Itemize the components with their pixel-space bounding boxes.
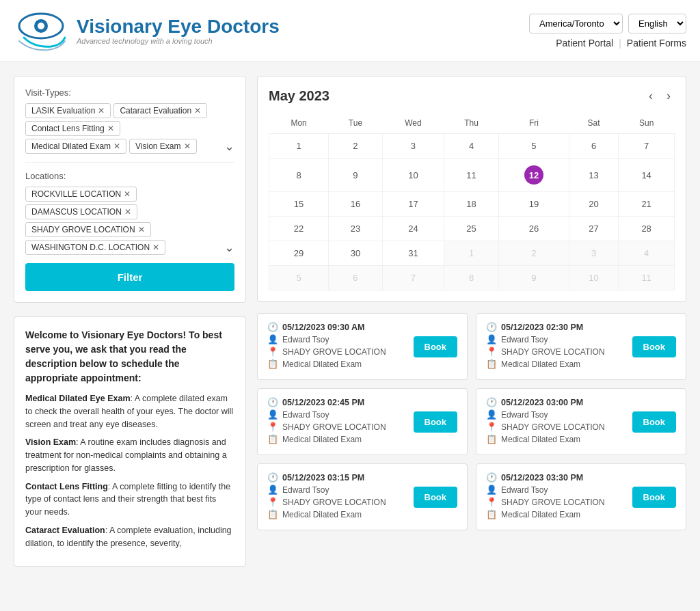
cal-prev-btn[interactable]: ‹ (645, 87, 657, 105)
cal-cell-5-1[interactable]: 6 (329, 266, 383, 290)
cal-header-mon: Mon (269, 113, 329, 134)
appt-info-0: 🕐 05/12/2023 09:30 AM 👤 Edward Tsoy 📍 SH… (267, 322, 405, 371)
book-button-2[interactable]: Book (414, 411, 458, 433)
cal-cell-5-0[interactable]: 5 (269, 266, 329, 290)
cal-cell-3-1[interactable]: 23 (329, 217, 383, 241)
appt-datetime-0: 05/12/2023 09:30 AM (282, 323, 364, 332)
cal-cell-3-2[interactable]: 24 (382, 217, 444, 241)
cal-cell-0-1[interactable]: 2 (329, 134, 383, 159)
cal-cell-2-6[interactable]: 21 (619, 192, 675, 217)
visit-types-dropdown[interactable]: ⌄ (224, 139, 234, 154)
cal-cell-4-6[interactable]: 4 (619, 241, 675, 266)
cal-cell-2-0[interactable]: 15 (269, 192, 329, 217)
book-button-4[interactable]: Book (414, 487, 458, 508)
cal-cell-5-4[interactable]: 9 (498, 266, 569, 290)
tag-rockville[interactable]: ROCKVILLE LOCATION ✕ (25, 187, 137, 202)
cal-cell-2-5[interactable]: 20 (569, 192, 618, 217)
tag-dc[interactable]: WASHINGTON D.C. LOCATION ✕ (25, 240, 165, 255)
cal-cell-0-2[interactable]: 3 (382, 134, 444, 159)
clock-icon-3: 🕐 (486, 397, 497, 407)
book-button-3[interactable]: Book (632, 411, 677, 433)
tag-cataract[interactable]: Cataract Evaluation ✕ (113, 103, 207, 118)
location-icon-0: 📍 (267, 347, 278, 357)
language-select[interactable]: English (628, 14, 686, 33)
tag-shady-remove[interactable]: ✕ (138, 225, 145, 234)
book-button-0[interactable]: Book (414, 336, 458, 357)
appt-location-row-2: 📍 SHADY GROVE LOCATION (267, 422, 405, 432)
filter-button[interactable]: Filter (25, 263, 234, 291)
cal-week-3: 22232425262728 (269, 217, 675, 241)
tag-vision-remove[interactable]: ✕ (184, 141, 191, 151)
cal-cell-1-5[interactable]: 13 (569, 159, 618, 192)
cal-cell-3-0[interactable]: 22 (269, 217, 329, 241)
tag-contact[interactable]: Contact Lens Fitting ✕ (25, 121, 120, 136)
timezone-select[interactable]: America/Toronto (529, 14, 623, 33)
cal-cell-3-3[interactable]: 25 (444, 217, 499, 241)
cal-week-2: 15161718192021 (269, 192, 675, 217)
appt-type-0: Medical Dilated Exam (282, 359, 362, 369)
tag-vision[interactable]: Vision Exam ✕ (129, 139, 196, 154)
patient-forms-link[interactable]: Patient Forms (627, 38, 686, 49)
tag-rockville-remove[interactable]: ✕ (124, 189, 131, 199)
cal-header-tue: Tue (329, 113, 383, 134)
patient-portal-link[interactable]: Patient Portal (556, 38, 613, 49)
clock-icon-4: 🕐 (267, 472, 278, 483)
cal-cell-1-6[interactable]: 14 (619, 159, 675, 192)
cal-cell-4-0[interactable]: 29 (269, 241, 329, 266)
tag-medical[interactable]: Medical Dilated Exam ✕ (25, 139, 126, 154)
cal-cell-4-5[interactable]: 3 (569, 241, 618, 266)
cal-month-year: May 2023 (269, 88, 329, 104)
locations-dropdown[interactable]: ⌄ (224, 240, 234, 255)
locations-label: Locations: (25, 171, 234, 181)
tag-damascus-remove[interactable]: ✕ (124, 207, 131, 217)
cal-cell-2-3[interactable]: 18 (444, 192, 499, 217)
cal-cell-0-3[interactable]: 4 (444, 134, 499, 159)
cal-cell-5-3[interactable]: 8 (444, 266, 499, 290)
cal-cell-0-5[interactable]: 6 (569, 134, 618, 159)
cal-cell-0-0[interactable]: 1 (269, 134, 329, 159)
cal-cell-3-5[interactable]: 27 (569, 217, 618, 241)
book-button-5[interactable]: Book (632, 487, 677, 508)
cal-cell-3-4[interactable]: 26 (498, 217, 569, 241)
tag-dc-remove[interactable]: ✕ (152, 243, 159, 252)
tag-cataract-remove[interactable]: ✕ (194, 106, 201, 116)
tag-shady[interactable]: SHADY GROVE LOCATION ✕ (25, 222, 151, 237)
cal-cell-4-1[interactable]: 30 (329, 241, 383, 266)
tag-medical-remove[interactable]: ✕ (113, 141, 120, 151)
tag-damascus[interactable]: DAMASCUS LOCATION ✕ (25, 204, 137, 219)
cal-cell-2-1[interactable]: 16 (329, 192, 383, 217)
cal-cell-5-2[interactable]: 7 (382, 266, 444, 290)
info-contact-title: Contact Lens Fitting (25, 482, 108, 491)
appt-info-3: 🕐 05/12/2023 03:00 PM 👤 Edward Tsoy 📍 SH… (486, 397, 624, 446)
cal-cell-2-2[interactable]: 17 (382, 192, 444, 217)
cal-next-btn[interactable]: › (662, 87, 675, 105)
cal-cell-4-4[interactable]: 2 (498, 241, 569, 266)
cal-cell-3-6[interactable]: 28 (619, 217, 675, 241)
cal-cell-5-6[interactable]: 11 (619, 266, 675, 290)
cal-cell-1-3[interactable]: 11 (444, 159, 499, 192)
person-icon-3: 👤 (486, 409, 497, 420)
cal-header-sat: Sat (569, 113, 618, 134)
cal-day-headers: Mon Tue Wed Thu Fri Sat Sun (269, 113, 675, 134)
tag-lasik-remove[interactable]: ✕ (98, 106, 105, 116)
cal-cell-2-4[interactable]: 19 (498, 192, 569, 217)
cal-cell-1-1[interactable]: 9 (329, 159, 383, 192)
cal-cell-1-4[interactable]: 12 (498, 159, 569, 192)
cal-cell-4-3[interactable]: 1 (444, 241, 499, 266)
header-top-row: America/Toronto English (529, 14, 686, 33)
appt-location-row-4: 📍 SHADY GROVE LOCATION (267, 497, 405, 507)
cal-cell-4-2[interactable]: 31 (382, 241, 444, 266)
tag-lasik[interactable]: LASIK Evaluation ✕ (25, 103, 111, 118)
tag-contact-remove[interactable]: ✕ (107, 124, 114, 133)
cal-cell-1-0[interactable]: 8 (269, 159, 329, 192)
cal-cell-1-2[interactable]: 10 (382, 159, 444, 192)
cal-header-sun: Sun (619, 113, 675, 134)
info-cataract-title: Cataract Evaluation (25, 526, 105, 535)
cal-cell-5-5[interactable]: 10 (569, 266, 618, 290)
book-button-1[interactable]: Book (632, 336, 677, 357)
appt-type-1: Medical Dilated Exam (501, 359, 580, 369)
cal-cell-0-6[interactable]: 7 (619, 134, 675, 159)
header: Visionary Eye Doctors Advanced technolog… (0, 0, 700, 62)
cal-cell-0-4[interactable]: 5 (498, 134, 569, 159)
nav-divider: | (619, 38, 621, 49)
